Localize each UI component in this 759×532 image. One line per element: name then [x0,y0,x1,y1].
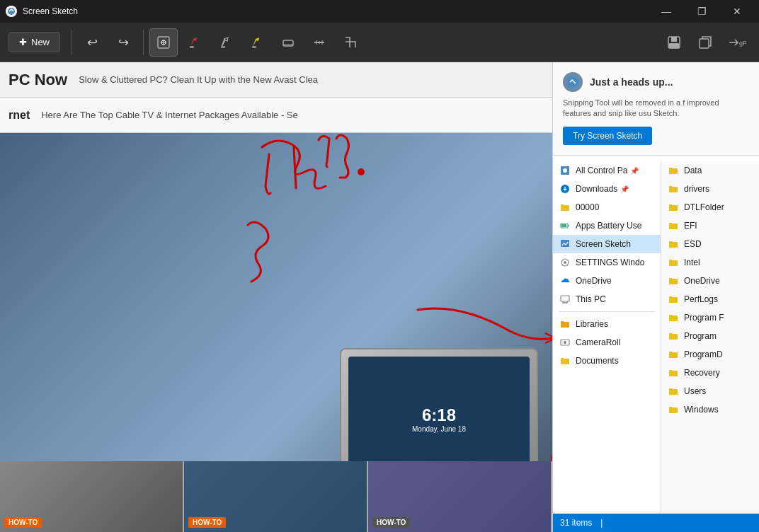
file-name-screen-sketch: Screen Sketch [576,239,631,249]
onedrive-icon [559,274,571,287]
right-file-esd[interactable]: ESD [661,235,759,253]
file-name-control-panel: All Control Pa [576,166,627,175]
main-area: PC Now Slow & Cluttered PC? Clean It Up … [0,62,759,532]
file-item-00000[interactable]: 00000 [553,198,661,216]
svg-rect-6 [283,40,293,46]
file-item-onedrive[interactable]: OneDrive [553,272,661,290]
pin-icon-downloads: 📌 [620,185,629,193]
crop-button[interactable] [336,28,365,57]
svg-point-17 [567,76,578,88]
folder-icon-dtl [667,201,680,214]
svg-rect-14 [700,39,709,48]
restore-button[interactable]: ❐ [685,0,718,23]
file-item-this-pc[interactable]: This PC [553,290,661,308]
folder-icon-efi [667,219,680,232]
file-item-control-panel[interactable]: All Control Pa 📌 [553,161,661,180]
file-item-downloads[interactable]: Downloads 📌 [553,180,661,198]
toolbar-separator-1 [72,30,72,55]
highlighter-button[interactable] [243,28,271,57]
right-file-efi[interactable]: EFI [661,216,759,235]
undo-icon: ↩ [87,35,98,50]
tooltip-popup: Just a heads up... Snipping Tool will be… [553,62,759,156]
pen-outline-button[interactable] [212,28,240,57]
try-screen-sketch-button[interactable]: Try Screen Sketch [563,127,652,145]
right-file-dtl[interactable]: DTLFolder [661,198,759,216]
folder-icon-recovery [667,366,680,379]
file-item-apps-battery[interactable]: Apps Battery Use [553,216,661,235]
right-file-windows[interactable]: Windows [661,400,759,419]
new-button[interactable]: ✚ New [8,32,60,52]
right-file-perflogs[interactable]: PerfLogs [661,290,759,308]
file-tree-right: Data drivers DTLFolder EFI [661,161,759,515]
file-item-screen-sketch[interactable]: Screen Sketch [553,235,661,253]
screenshot-area: PC Now Slow & Cluttered PC? Clean It Up … [0,62,552,532]
eraser-button[interactable] [274,28,302,57]
right-file-data[interactable]: Data [661,161,759,180]
svg-rect-22 [561,224,566,227]
undo-button[interactable]: ↩ [78,28,106,57]
cameraroll-icon [559,336,571,349]
file-name-this-pc: This PC [576,294,606,304]
right-file-intel[interactable]: Intel [661,253,759,272]
file-item-settings[interactable]: SETTINGS Windo [553,253,661,272]
right-file-name-users: Users [684,386,706,396]
file-item-cameraroll[interactable]: CameraRoll [553,333,661,352]
file-name-settings: SETTINGS Windo [576,258,644,267]
svg-rect-4 [221,46,225,48]
tooltip-header: Just a heads up... [563,72,749,92]
select-tool-button[interactable] [149,28,178,57]
right-file-name-programd: ProgramD [684,349,723,359]
surface-clock: 6:18 [422,405,456,425]
right-file-name-programf: Program F [684,313,724,323]
folder-icon-programd [667,348,680,361]
folder-icon-program [667,330,680,342]
right-file-programd[interactable]: ProgramD [661,345,759,364]
folder-icon-perflogs [667,293,680,306]
libraries-icon [559,318,571,330]
ad-label-left: rnet [8,109,30,122]
right-file-name-esd: ESD [684,239,702,249]
ruler-icon [312,35,327,50]
status-count: 31 items [560,518,592,528]
redo-button[interactable]: ↪ [109,28,137,57]
apps-battery-icon [559,219,571,232]
save-icon [666,35,682,50]
share-button[interactable]: gP [722,28,751,57]
pen-outline-icon [218,35,234,50]
documents-icon [559,354,571,367]
right-file-users[interactable]: Users [661,382,759,400]
tooltip-body: Snipping Tool will be removed in a f imp… [563,98,749,120]
svg-rect-27 [561,296,569,301]
svg-text:gP: gP [739,40,746,47]
new-icon: ✚ [19,37,27,47]
folder-icon-esd [667,238,680,250]
window-controls: — ❐ ✕ [650,0,753,23]
minimize-button[interactable]: — [650,0,683,23]
page-title-left: PC Now [8,71,67,89]
right-file-programf[interactable]: Program F [661,308,759,327]
file-name-downloads: Downloads [576,184,617,194]
this-pc-icon [559,293,571,306]
screen-sketch-file-icon [559,238,571,250]
file-item-documents[interactable]: Documents [553,352,661,370]
folder-icon-programf [667,311,680,324]
file-item-libraries[interactable]: Libraries [553,315,661,333]
status-separator: | [600,518,603,528]
right-file-name-data: Data [684,166,702,175]
ruler-button[interactable] [305,28,333,57]
close-button[interactable]: ✕ [721,0,753,23]
folder-icon-intel [667,256,680,269]
tooltip-app-icon [563,72,583,92]
save-button[interactable] [660,28,688,57]
svg-rect-24 [561,240,569,247]
right-file-name-efi: EFI [684,221,697,231]
right-file-program[interactable]: Program [661,327,759,345]
right-file-onedrive[interactable]: OneDrive [661,272,759,290]
copy-button[interactable] [691,28,719,57]
right-file-drivers[interactable]: drivers [661,180,759,198]
tooltip-title: Just a heads up... [590,76,673,88]
folder-icon-users [667,385,680,398]
right-file-recovery[interactable]: Recovery [661,364,759,382]
select-tool-icon [156,35,171,50]
pen-red-button[interactable] [181,28,209,57]
